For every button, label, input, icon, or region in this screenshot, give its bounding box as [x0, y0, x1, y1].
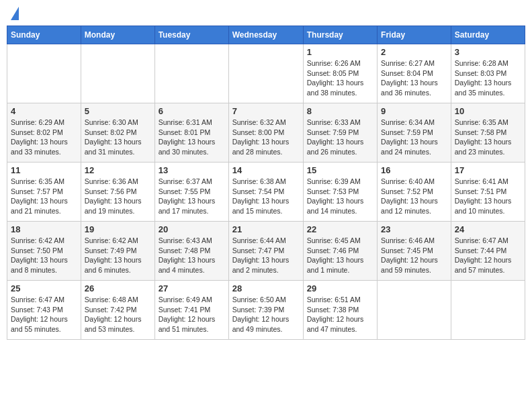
- day-info: Sunrise: 6:37 AMSunset: 7:55 PMDaylight:…: [159, 177, 225, 216]
- day-info: Sunrise: 6:47 AMSunset: 7:44 PMDaylight:…: [455, 236, 521, 275]
- day-info: Sunrise: 6:42 AMSunset: 7:49 PMDaylight:…: [85, 236, 151, 275]
- day-number: 3: [455, 47, 521, 57]
- day-info: Sunrise: 6:29 AMSunset: 8:02 PMDaylight:…: [11, 118, 77, 157]
- day-info: Sunrise: 6:35 AMSunset: 7:57 PMDaylight:…: [11, 177, 77, 216]
- calendar-week-3: 18Sunrise: 6:42 AMSunset: 7:50 PMDayligh…: [7, 222, 525, 281]
- header-cell-tuesday: Tuesday: [154, 26, 228, 44]
- calendar-cell: 9Sunrise: 6:34 AMSunset: 7:59 PMDaylight…: [378, 103, 451, 163]
- day-number: 13: [159, 165, 225, 175]
- day-info: Sunrise: 6:46 AMSunset: 7:45 PMDaylight:…: [381, 236, 447, 275]
- day-number: 14: [232, 165, 300, 175]
- calendar-header-row: SundayMondayTuesdayWednesdayThursdayFrid…: [7, 26, 525, 44]
- day-info: Sunrise: 6:31 AMSunset: 8:01 PMDaylight:…: [159, 118, 225, 157]
- day-info: Sunrise: 6:35 AMSunset: 7:58 PMDaylight:…: [455, 118, 521, 157]
- day-number: 25: [11, 283, 77, 293]
- day-info: Sunrise: 6:28 AMSunset: 8:03 PMDaylight:…: [455, 58, 521, 98]
- calendar-week-0: 1Sunrise: 6:26 AMSunset: 8:05 PMDaylight…: [7, 44, 525, 103]
- calendar-cell: 26Sunrise: 6:48 AMSunset: 7:42 PMDayligh…: [81, 281, 154, 340]
- page-header: [7, 7, 525, 21]
- header-cell-saturday: Saturday: [451, 26, 525, 44]
- calendar-table: SundayMondayTuesdayWednesdayThursdayFrid…: [7, 26, 525, 340]
- day-info: Sunrise: 6:49 AMSunset: 7:41 PMDaylight:…: [159, 295, 225, 334]
- day-info: Sunrise: 6:34 AMSunset: 7:59 PMDaylight:…: [381, 118, 447, 157]
- day-info: Sunrise: 6:39 AMSunset: 7:53 PMDaylight:…: [307, 177, 373, 216]
- day-info: Sunrise: 6:48 AMSunset: 7:42 PMDaylight:…: [85, 295, 151, 334]
- day-number: 8: [307, 106, 373, 116]
- day-number: 17: [455, 165, 521, 175]
- calendar-cell: 1Sunrise: 6:26 AMSunset: 8:05 PMDaylight…: [303, 44, 377, 103]
- calendar-cell: 28Sunrise: 6:50 AMSunset: 7:39 PMDayligh…: [228, 281, 303, 340]
- calendar-cell: 5Sunrise: 6:30 AMSunset: 8:02 PMDaylight…: [81, 103, 154, 163]
- day-info: Sunrise: 6:36 AMSunset: 7:56 PMDaylight:…: [85, 177, 151, 216]
- day-number: 2: [381, 47, 447, 57]
- day-number: 19: [85, 224, 151, 234]
- calendar-cell: 7Sunrise: 6:32 AMSunset: 8:00 PMDaylight…: [228, 103, 303, 163]
- logo-triangle-icon: [11, 7, 19, 20]
- day-number: 24: [455, 224, 521, 234]
- day-info: Sunrise: 6:40 AMSunset: 7:52 PMDaylight:…: [381, 177, 447, 216]
- calendar-cell: [154, 44, 228, 103]
- day-info: Sunrise: 6:38 AMSunset: 7:54 PMDaylight:…: [232, 177, 300, 216]
- day-number: 18: [11, 224, 77, 234]
- day-info: Sunrise: 6:26 AMSunset: 8:05 PMDaylight:…: [307, 58, 373, 98]
- day-info: Sunrise: 6:47 AMSunset: 7:43 PMDaylight:…: [11, 295, 77, 334]
- day-info: Sunrise: 6:33 AMSunset: 7:59 PMDaylight:…: [307, 118, 373, 157]
- header-cell-friday: Friday: [378, 26, 451, 44]
- calendar-cell: 16Sunrise: 6:40 AMSunset: 7:52 PMDayligh…: [378, 163, 451, 222]
- day-info: Sunrise: 6:45 AMSunset: 7:46 PMDaylight:…: [307, 236, 373, 275]
- day-number: 9: [381, 106, 447, 116]
- logo: [9, 7, 19, 21]
- calendar-cell: 6Sunrise: 6:31 AMSunset: 8:01 PMDaylight…: [154, 103, 228, 163]
- day-number: 4: [11, 106, 77, 116]
- header-cell-sunday: Sunday: [7, 26, 81, 44]
- day-info: Sunrise: 6:51 AMSunset: 7:38 PMDaylight:…: [307, 295, 373, 334]
- calendar-cell: 13Sunrise: 6:37 AMSunset: 7:55 PMDayligh…: [154, 163, 228, 222]
- day-number: 20: [159, 224, 225, 234]
- calendar-cell: 14Sunrise: 6:38 AMSunset: 7:54 PMDayligh…: [228, 163, 303, 222]
- calendar-cell: 19Sunrise: 6:42 AMSunset: 7:49 PMDayligh…: [81, 222, 154, 281]
- calendar-cell: 22Sunrise: 6:45 AMSunset: 7:46 PMDayligh…: [303, 222, 377, 281]
- day-number: 5: [85, 106, 151, 116]
- day-number: 12: [85, 165, 151, 175]
- day-info: Sunrise: 6:27 AMSunset: 8:04 PMDaylight:…: [381, 58, 447, 98]
- calendar-cell: [228, 44, 303, 103]
- day-number: 6: [159, 106, 225, 116]
- day-number: 11: [11, 165, 77, 175]
- calendar-cell: 20Sunrise: 6:43 AMSunset: 7:48 PMDayligh…: [154, 222, 228, 281]
- day-number: 28: [232, 283, 300, 293]
- day-number: 23: [381, 224, 447, 234]
- calendar-cell: 23Sunrise: 6:46 AMSunset: 7:45 PMDayligh…: [378, 222, 451, 281]
- calendar-cell: 3Sunrise: 6:28 AMSunset: 8:03 PMDaylight…: [451, 44, 525, 103]
- calendar-week-4: 25Sunrise: 6:47 AMSunset: 7:43 PMDayligh…: [7, 281, 525, 340]
- calendar-cell: 25Sunrise: 6:47 AMSunset: 7:43 PMDayligh…: [7, 281, 81, 340]
- day-info: Sunrise: 6:44 AMSunset: 7:47 PMDaylight:…: [232, 236, 300, 275]
- calendar-cell: 11Sunrise: 6:35 AMSunset: 7:57 PMDayligh…: [7, 163, 81, 222]
- day-number: 10: [455, 106, 521, 116]
- calendar-cell: [7, 44, 81, 103]
- calendar-cell: 4Sunrise: 6:29 AMSunset: 8:02 PMDaylight…: [7, 103, 81, 163]
- calendar-cell: 10Sunrise: 6:35 AMSunset: 7:58 PMDayligh…: [451, 103, 525, 163]
- day-info: Sunrise: 6:30 AMSunset: 8:02 PMDaylight:…: [85, 118, 151, 157]
- calendar-cell: 17Sunrise: 6:41 AMSunset: 7:51 PMDayligh…: [451, 163, 525, 222]
- day-number: 21: [232, 224, 300, 234]
- calendar-cell: [81, 44, 154, 103]
- day-number: 16: [381, 165, 447, 175]
- header-cell-wednesday: Wednesday: [228, 26, 303, 44]
- header-cell-monday: Monday: [81, 26, 154, 44]
- calendar-cell: [451, 281, 525, 340]
- day-number: 26: [85, 283, 151, 293]
- day-info: Sunrise: 6:43 AMSunset: 7:48 PMDaylight:…: [159, 236, 225, 275]
- day-number: 22: [307, 224, 373, 234]
- day-number: 1: [307, 47, 373, 57]
- day-number: 29: [307, 283, 373, 293]
- calendar-cell: 15Sunrise: 6:39 AMSunset: 7:53 PMDayligh…: [303, 163, 377, 222]
- calendar-cell: 21Sunrise: 6:44 AMSunset: 7:47 PMDayligh…: [228, 222, 303, 281]
- day-info: Sunrise: 6:32 AMSunset: 8:00 PMDaylight:…: [232, 118, 300, 157]
- calendar-cell: 8Sunrise: 6:33 AMSunset: 7:59 PMDaylight…: [303, 103, 377, 163]
- calendar-cell: 29Sunrise: 6:51 AMSunset: 7:38 PMDayligh…: [303, 281, 377, 340]
- day-number: 15: [307, 165, 373, 175]
- calendar-cell: [378, 281, 451, 340]
- calendar-week-2: 11Sunrise: 6:35 AMSunset: 7:57 PMDayligh…: [7, 163, 525, 222]
- calendar-cell: 18Sunrise: 6:42 AMSunset: 7:50 PMDayligh…: [7, 222, 81, 281]
- calendar-cell: 12Sunrise: 6:36 AMSunset: 7:56 PMDayligh…: [81, 163, 154, 222]
